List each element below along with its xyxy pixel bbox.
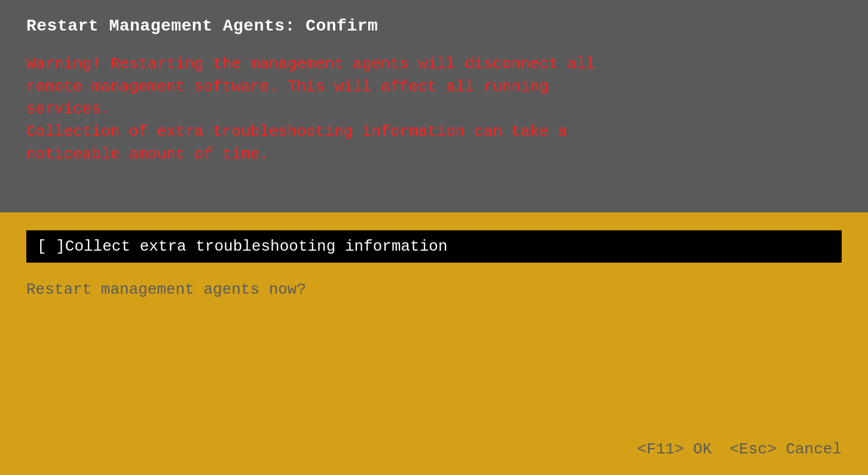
cancel-key-name: <Esc> <box>730 440 777 458</box>
restart-question: Restart management agents now? <box>26 281 842 299</box>
checkbox-label: Collect extra troubleshooting informatio… <box>65 238 448 255</box>
warning-line4: Collection of extra troubleshooting info… <box>26 121 842 144</box>
warning-text: Warning! Restarting the management agent… <box>26 53 842 166</box>
ok-key: <F11> OK <box>637 440 730 458</box>
cancel-key: <Esc> Cancel <box>730 440 842 458</box>
warning-line1: Warning! Restarting the management agent… <box>26 53 842 76</box>
title-bar: Restart Management Agents: Confirm <box>26 17 842 35</box>
collect-extra-checkbox[interactable]: [ ] Collect extra troubleshooting inform… <box>26 230 842 263</box>
cancel-key-label[interactable]: Cancel <box>777 440 842 458</box>
ok-key-name: <F11> <box>637 440 684 458</box>
checkbox-state: [ ] <box>37 238 65 255</box>
bottom-panel: [ ] Collect extra troubleshooting inform… <box>0 212 868 475</box>
warning-line5: noticeable amount of time. <box>26 144 842 166</box>
ok-key-label[interactable]: OK <box>684 440 712 458</box>
top-panel: Restart Management Agents: Confirm Warni… <box>0 0 868 212</box>
screen: Restart Management Agents: Confirm Warni… <box>0 0 868 475</box>
warning-line2: remote management software. This will af… <box>26 76 842 99</box>
bottom-bar: <F11> OK <Esc> Cancel <box>637 440 842 458</box>
warning-line3: services. <box>26 98 842 121</box>
